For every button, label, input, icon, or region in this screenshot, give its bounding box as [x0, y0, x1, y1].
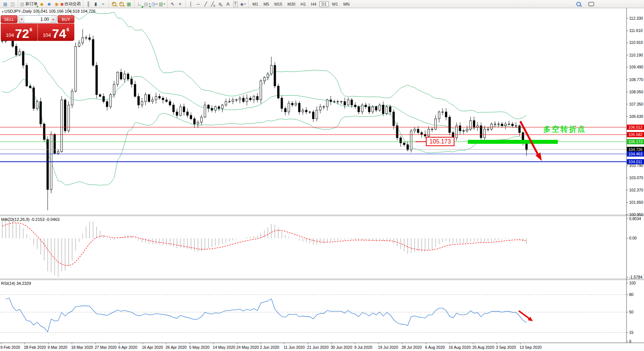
svg-text:27 Mar 2020: 27 Mar 2020 — [95, 345, 117, 350]
volume-spinner: ▼ ▲ — [19, 15, 56, 23]
volume-increase-button[interactable]: ▲ — [51, 16, 56, 23]
ask-pip: 6 — [67, 27, 69, 32]
svg-text:24 May 2020: 24 May 2020 — [236, 345, 259, 350]
svg-text:0.00: 0.00 — [629, 236, 637, 240]
ask-main: 74 — [52, 29, 66, 39]
rsi-down-arrow-annotation[interactable] — [519, 311, 533, 321]
svg-text:80: 80 — [629, 292, 634, 297]
chart-collapse-icon[interactable]: ▸ — [2, 10, 4, 13]
new-order-icon[interactable]: ▤+新订单 — [20, 1, 38, 7]
channel-icon[interactable]: ╱E — [210, 1, 217, 7]
bollinger-band-middle — [2, 54, 527, 131]
zoom-in-icon[interactable]: + — [111, 1, 117, 7]
svg-text:25 Aug 2020: 25 Aug 2020 — [472, 345, 494, 350]
volume-input[interactable] — [25, 16, 51, 23]
rsi-line — [6, 298, 526, 332]
svg-text:110.190: 110.190 — [629, 53, 643, 57]
svg-text:14 May 2020: 14 May 2020 — [213, 345, 236, 350]
svg-text:6 Apr 2020: 6 Apr 2020 — [119, 345, 137, 350]
svg-text:16 Apr 2020: 16 Apr 2020 — [142, 345, 163, 350]
horizontal-line-icon[interactable]: ─ — [195, 1, 202, 7]
main-price-pane[interactable] — [0, 0, 627, 210]
svg-text:15: 15 — [629, 330, 634, 335]
indicator-add-icon[interactable]: ▤+▾ — [144, 1, 151, 7]
volume-decrease-button[interactable]: ▼ — [19, 16, 25, 23]
cursor-icon[interactable]: ↖ — [169, 1, 176, 7]
bid-price[interactable]: 104726 — [1, 23, 38, 41]
text-label-icon[interactable]: T — [232, 1, 239, 7]
tile-windows-icon[interactable]: ▦ — [126, 1, 132, 7]
svg-text:104.011: 104.011 — [628, 160, 642, 164]
fibonacci-icon[interactable]: ≡F — [217, 1, 224, 7]
svg-text:21 Jun 2020: 21 Jun 2020 — [307, 345, 329, 350]
svg-text:100: 100 — [629, 281, 636, 285]
svg-text:106.012: 106.012 — [628, 125, 643, 129]
period-icon[interactable]: ◷▾ — [151, 1, 158, 7]
styler-icon[interactable]: ◆ — [38, 1, 45, 7]
svg-text:105.173: 105.173 — [628, 139, 643, 144]
chart-profiles-icon[interactable]: ◫ — [9, 1, 16, 7]
new-chart-icon[interactable]: ▦ — [2, 1, 9, 7]
search-icon[interactable] — [575, 1, 582, 7]
turning-point-annotation[interactable]: 多空转折点 — [543, 124, 586, 134]
rsi-indicator-label: RSI(14) 34.2329 — [1, 281, 31, 286]
timeframe-m30[interactable]: M30 — [285, 1, 298, 7]
svg-text:30 Jun 2020: 30 Jun 2020 — [331, 345, 352, 350]
svg-text:107.350: 107.350 — [629, 102, 643, 106]
svg-text:104.463: 104.463 — [628, 152, 643, 156]
timeframe-m15[interactable]: M15 — [272, 1, 284, 7]
chat-icon[interactable] — [588, 1, 595, 7]
svg-text:50: 50 — [629, 310, 634, 314]
timeframe-h1[interactable]: H1 — [298, 1, 308, 7]
signals-icon[interactable]: ◉ — [53, 1, 60, 7]
trendline-icon[interactable]: ╱ — [203, 1, 209, 7]
svg-text:-1.5784: -1.5784 — [629, 275, 643, 279]
svg-text:28 Feb 2020: 28 Feb 2020 — [24, 345, 46, 350]
ask-price[interactable]: 104746 — [38, 23, 75, 41]
timeframe-w1[interactable]: W1 — [330, 1, 340, 7]
indicators-icon[interactable]: ∟▸ — [136, 1, 143, 7]
green-zone-rectangle[interactable] — [468, 140, 558, 144]
svg-text:0.8034: 0.8034 — [629, 216, 641, 221]
expert-advisors-icon[interactable]: ☻ — [46, 1, 52, 7]
text-icon[interactable]: A — [225, 1, 232, 7]
vertical-line-icon[interactable]: │ — [188, 1, 194, 7]
timeframe-h4[interactable]: H4 — [309, 1, 318, 7]
buy-button[interactable]: BUY — [58, 15, 74, 23]
time-axis: 9 Feb 202028 Feb 20209 Mar 202018 Mar 20… — [0, 343, 542, 350]
macd-indicator-label: MACD(12,26,9) -0.2153 -0.0463 — [1, 217, 59, 222]
bid-pip: 6 — [29, 27, 32, 32]
timeframe-m1[interactable]: M1 — [250, 1, 260, 7]
template-icon[interactable]: ▧▾ — [159, 1, 165, 7]
auto-trading-icon[interactable]: ◙自动交易 — [61, 1, 81, 7]
zoom-out-icon[interactable]: − — [118, 1, 125, 7]
svg-text:103.070: 103.070 — [629, 176, 643, 180]
svg-text:104.726: 104.726 — [628, 147, 643, 152]
svg-text:111.610: 111.610 — [629, 28, 643, 33]
bid-prefix: 104 — [6, 32, 14, 38]
sell-button[interactable]: SELL — [1, 15, 17, 23]
price-callout-label[interactable]: 105.173 — [426, 137, 454, 146]
chart-canvas[interactable]: 112.330111.610110.910110.190109.490108.7… — [0, 0, 644, 351]
candles — [1, 29, 528, 210]
bollinger-band-upper — [2, 0, 527, 119]
chart-title-text: USDJPY-,Daily 105.041 105.166 104.518 10… — [4, 9, 96, 13]
timeframe-d1[interactable]: D1 — [319, 1, 329, 7]
svg-text:109.490: 109.490 — [629, 65, 643, 69]
macd-pane[interactable] — [2, 219, 527, 277]
svg-text:16 Aug 2020: 16 Aug 2020 — [449, 345, 471, 350]
crosshair-icon[interactable]: + — [177, 1, 184, 7]
candlestick-chart-icon[interactable]: ▮ — [93, 1, 99, 7]
one-click-trading-panel: SELL ▼ ▲ BUY 104726 104746 — [1, 15, 74, 41]
timeframe-m5[interactable]: M5 — [261, 1, 271, 7]
line-chart-icon[interactable]: ≈ — [100, 1, 107, 7]
rsi-pane[interactable] — [0, 294, 627, 332]
ask-prefix: 104 — [43, 32, 51, 38]
bar-chart-icon[interactable]: ║ — [85, 1, 92, 7]
shapes-icon[interactable]: ◈▾ — [240, 1, 246, 7]
svg-text:18 Mar 2020: 18 Mar 2020 — [71, 345, 93, 350]
bollinger-band-lower — [2, 79, 527, 185]
timeframe-mn[interactable]: MN — [341, 1, 352, 7]
svg-text:26 Apr 2020: 26 Apr 2020 — [166, 345, 187, 350]
svg-text:108.050: 108.050 — [629, 90, 643, 94]
